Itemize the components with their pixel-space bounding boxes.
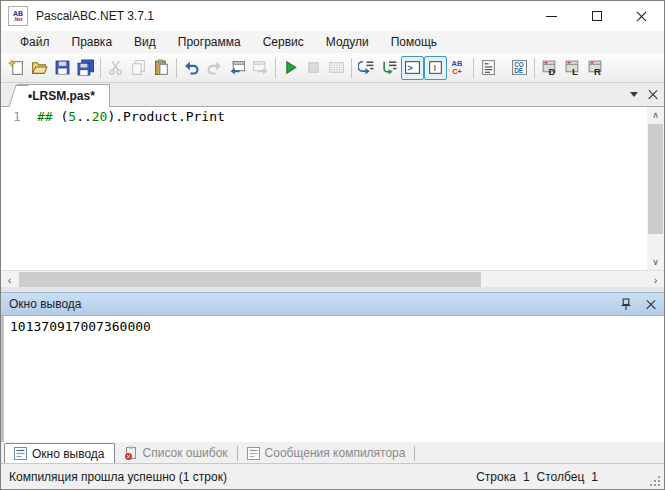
checklist-button[interactable] — [477, 56, 500, 80]
toolbar-separator — [275, 58, 276, 78]
open-file-button[interactable] — [28, 56, 51, 80]
abc-bottom-text: C+ — [452, 67, 462, 76]
menu-help[interactable]: Помощь — [380, 32, 448, 52]
code-editor[interactable]: ## (5..20).Product.Print — [31, 107, 647, 270]
tab-error-list[interactable]: Список ошибок — [115, 443, 237, 463]
close-icon — [635, 10, 648, 23]
pad-r-letter: R — [594, 66, 601, 76]
line-number: 1 — [13, 109, 21, 124]
minimize-button[interactable] — [529, 1, 574, 31]
cut-button — [104, 56, 127, 80]
undo-icon — [183, 59, 200, 76]
code-bottom-text: DE — [514, 67, 523, 74]
abc-snippet-button[interactable]: AB C+ — [447, 56, 470, 80]
close-button[interactable] — [619, 1, 664, 31]
menu-program[interactable]: Программа — [167, 32, 252, 52]
pad-r-button[interactable]: R — [584, 56, 607, 80]
undo-button[interactable] — [180, 56, 203, 80]
checklist-icon — [480, 59, 497, 76]
toolbar-separator — [351, 58, 352, 78]
tab-compiler-messages-label: Сообщения компилятора — [265, 446, 406, 460]
tab-error-list-label: Список ошибок — [143, 446, 228, 460]
editor-tab-strip: •LRSM.pas* — [1, 83, 664, 107]
pad-d-button[interactable]: D — [538, 56, 561, 80]
scroll-left-arrow-icon[interactable]: ‹ — [1, 271, 18, 288]
input-cursor-toggle-button[interactable]: I — [424, 56, 447, 80]
pad-l-letter: L — [572, 66, 578, 76]
code-number-from: 5 — [68, 109, 76, 124]
vertical-scroll-thumb[interactable] — [648, 124, 663, 234]
navigate-forward-window-button — [249, 56, 272, 80]
save-button[interactable] — [51, 56, 74, 80]
keyboard-grid-button — [325, 56, 348, 80]
tab-list-dropdown-icon[interactable] — [630, 92, 638, 97]
keyboard-grid-icon — [328, 59, 345, 76]
status-bar: Компиляция прошла успешно (1 строк) Стро… — [1, 463, 664, 489]
title-bar: AB .Net PascalABC.NET 3.7.1 — [1, 1, 664, 31]
arrow-to-lines-button-1[interactable] — [355, 56, 378, 80]
pad-l-icon: L — [564, 59, 581, 76]
menu-service[interactable]: Сервис — [252, 32, 315, 52]
pin-icon[interactable] — [620, 298, 632, 311]
stop-square-icon — [305, 59, 322, 76]
redo-button — [203, 56, 226, 80]
scroll-right-arrow-icon[interactable]: › — [647, 271, 664, 288]
ibeam-glyph: I — [433, 62, 436, 73]
window-title: PascalABC.NET 3.7.1 — [36, 9, 154, 23]
maximize-button[interactable] — [574, 1, 619, 31]
paste-button[interactable] — [150, 56, 173, 80]
tab-lrsm-pas[interactable]: •LRSM.pas* — [17, 84, 110, 107]
app-window: AB .Net PascalABC.NET 3.7.1 Файл Правка … — [0, 0, 665, 490]
resize-grip[interactable] — [650, 475, 661, 486]
menu-view[interactable]: Вид — [123, 32, 167, 52]
close-tab-icon[interactable] — [648, 90, 658, 100]
new-file-button[interactable] — [5, 56, 28, 80]
code-member-chain: .Product.Print — [115, 109, 225, 124]
menu-modules[interactable]: Модули — [315, 32, 380, 52]
menu-edit[interactable]: Правка — [61, 32, 124, 52]
code-punct-1: ( — [53, 109, 69, 124]
navigate-back-window-button[interactable] — [226, 56, 249, 80]
caret-position: Строка 1 Столбец 1 — [476, 470, 598, 484]
code-directive: ## — [37, 109, 53, 124]
window-back-arrow-icon — [229, 59, 246, 76]
editor-vertical-scrollbar[interactable]: ∧ ∨ — [647, 107, 664, 270]
pad-l-button[interactable]: L — [561, 56, 584, 80]
paste-clipboard-icon — [153, 59, 170, 76]
output-text-area: 101370917007360000 — [1, 316, 664, 442]
toolbar: > I AB C+ — [1, 53, 664, 83]
tab-label: •LRSM.pas* — [28, 89, 95, 103]
column-value: 1 — [591, 470, 598, 484]
console-window-icon: > — [404, 59, 421, 76]
editor-region: 1 ## (5..20).Product.Print ∧ ∨ — [1, 107, 664, 270]
toolbar-separator — [473, 58, 474, 78]
bottom-tab-bar: Окно вывода Список ошибок Сообщения комп… — [1, 442, 664, 463]
tab-compiler-messages[interactable]: Сообщения компилятора — [238, 443, 415, 463]
menu-file[interactable]: Файл — [9, 32, 61, 52]
new-file-icon — [8, 59, 25, 76]
line-label: Строка — [476, 470, 516, 484]
arrow-to-lines-icon — [358, 59, 375, 76]
maximize-icon — [592, 11, 602, 21]
menu-bar: Файл Правка Вид Программа Сервис Модули … — [1, 31, 664, 53]
console-glyph: > — [407, 62, 413, 73]
code-view-icon: CO DE — [511, 59, 528, 76]
console-output-toggle-button[interactable]: > — [401, 56, 424, 80]
line-value: 1 — [523, 470, 530, 484]
run-button[interactable] — [279, 56, 302, 80]
save-all-button[interactable] — [74, 56, 97, 80]
copy-pages-icon — [130, 59, 147, 76]
tab-output-window[interactable]: Окно вывода — [4, 443, 115, 463]
output-panel-title: Окно вывода — [9, 297, 82, 311]
scroll-down-arrow-icon[interactable]: ∨ — [647, 254, 664, 270]
close-output-panel-icon[interactable] — [646, 299, 656, 309]
editor-horizontal-scrollbar[interactable]: ‹ › — [1, 270, 664, 287]
arrow-into-lines-icon — [381, 59, 398, 76]
code-view-button[interactable]: CO DE — [508, 56, 531, 80]
scroll-up-arrow-icon[interactable]: ∧ — [647, 107, 664, 123]
toolbar-separator — [100, 58, 101, 78]
compiler-messages-icon — [247, 447, 260, 460]
tab-strip-controls — [630, 83, 664, 106]
arrow-to-lines-button-2[interactable] — [378, 56, 401, 80]
horizontal-scroll-thumb[interactable] — [19, 272, 481, 287]
